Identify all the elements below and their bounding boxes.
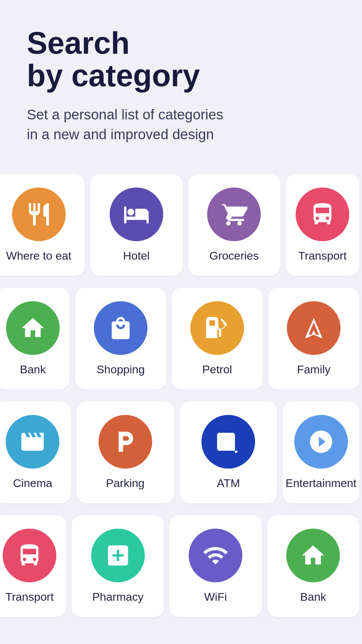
shopping-label: Shopping — [97, 363, 145, 376]
atm-icon — [201, 415, 255, 469]
bank-label: Bank — [20, 363, 46, 376]
pharmacy-icon — [91, 529, 145, 582]
cinema-icon — [6, 415, 59, 469]
pharmacy-label: Pharmacy — [92, 590, 143, 603]
category-card-family[interactable]: Family — [268, 288, 359, 389]
category-card-cinema[interactable]: Cinema — [0, 401, 71, 503]
parking-icon — [99, 415, 152, 469]
transport2-label: Transport — [5, 590, 54, 603]
transport2-icon — [3, 529, 56, 582]
category-row-4: TransportPharmacyWiFiBank — [0, 509, 362, 623]
category-card-shopping[interactable]: Shopping — [75, 288, 166, 389]
header-subtitle: Set a personal list of categories in a n… — [27, 105, 335, 145]
category-card-pharmacy[interactable]: Pharmacy — [72, 515, 164, 617]
category-card-transport2[interactable]: Transport — [0, 515, 66, 617]
parking-label: Parking — [106, 477, 144, 490]
category-card-transport[interactable]: Transport — [286, 174, 359, 276]
groceries-label: Groceries — [209, 249, 259, 262]
category-card-petrol[interactable]: Petrol — [172, 288, 263, 389]
category-row-3: CinemaParkingATMEntertainment — [0, 395, 362, 509]
category-card-hotel[interactable]: Hotel — [90, 174, 182, 276]
category-card-bank2[interactable]: Bank — [267, 515, 359, 617]
cinema-label: Cinema — [13, 477, 52, 490]
wifi-label: WiFi — [204, 590, 227, 603]
header: Search by category Set a personal list o… — [0, 0, 362, 165]
category-card-bank[interactable]: Bank — [0, 288, 70, 389]
category-card-entertainment[interactable]: Entertainment — [283, 401, 359, 503]
bank-icon — [6, 301, 60, 355]
entertainment-label: Entertainment — [286, 477, 357, 490]
category-row-1: Where to eatHotelGroceriesTransport — [0, 168, 362, 282]
page-title: Search by category — [27, 27, 335, 92]
category-card-groceries[interactable]: Groceries — [188, 174, 280, 276]
entertainment-icon — [294, 415, 348, 469]
category-card-atm[interactable]: ATM — [180, 401, 278, 503]
bank2-icon — [286, 529, 340, 582]
groceries-icon — [207, 187, 261, 241]
wifi-icon — [189, 529, 242, 582]
petrol-label: Petrol — [202, 363, 232, 376]
atm-label: ATM — [217, 477, 240, 490]
category-card-parking[interactable]: Parking — [76, 401, 174, 503]
family-label: Family — [297, 363, 330, 376]
categories-container: Where to eatHotelGroceriesTransportBankS… — [0, 165, 362, 626]
bank2-label: Bank — [300, 590, 326, 603]
where-to-eat-label: Where to eat — [6, 249, 71, 262]
category-card-wifi[interactable]: WiFi — [169, 515, 261, 617]
shopping-icon — [94, 301, 147, 355]
where-to-eat-icon — [12, 187, 66, 241]
hotel-label: Hotel — [123, 249, 149, 262]
category-card-where-to-eat[interactable]: Where to eat — [0, 174, 85, 276]
family-icon — [287, 301, 341, 355]
category-row-2: BankShoppingPetrolFamily — [0, 282, 362, 395]
transport-icon — [296, 187, 349, 241]
petrol-icon — [190, 301, 244, 355]
hotel-icon — [110, 187, 163, 241]
transport-label: Transport — [298, 249, 347, 262]
